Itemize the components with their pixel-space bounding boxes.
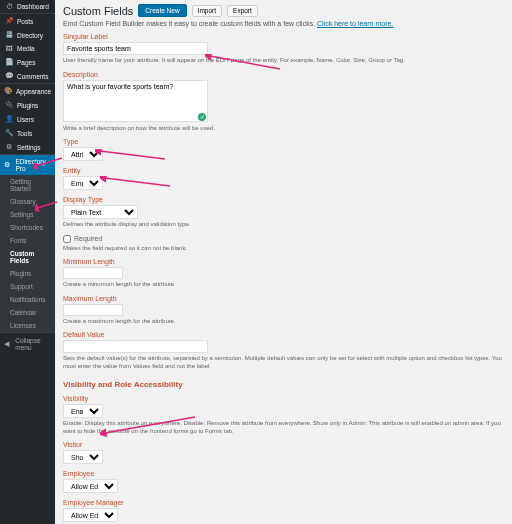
display-type-help: Defines the attribute display and valida… [63, 221, 504, 229]
required-help: Makes the field required so it can not b… [63, 245, 504, 253]
max-length-help: Create a maximum length for the attribut… [63, 318, 504, 326]
brush-icon: 🎨 [4, 87, 13, 95]
export-button[interactable]: Export [227, 5, 258, 17]
default-value-input[interactable] [63, 340, 208, 353]
main-content: Custom Fields Create New Import Export E… [55, 0, 512, 524]
sidebar-item-settings[interactable]: ⚙Settings [0, 140, 55, 154]
min-length-help: Create a minumum length for the attribut… [63, 281, 504, 289]
create-new-button[interactable]: Create New [138, 4, 186, 17]
singular-label-label: Singular Label [63, 33, 504, 40]
singular-label-help: User friendly name for your attribute. I… [63, 57, 504, 65]
sidebar-item-users[interactable]: 👤Users [0, 112, 55, 126]
sidebar-item-dashboard[interactable]: ⏱Dashboard [0, 0, 55, 13]
entity-select[interactable]: Employees [63, 176, 103, 190]
description-textarea[interactable]: What is your favorite sports team? [63, 80, 208, 122]
sub-calendar[interactable]: Calendar [0, 306, 55, 319]
employee-select[interactable]: Allow Edit [63, 479, 118, 493]
sub-custom-fields[interactable]: Custom Fields [0, 247, 55, 267]
default-value-label: Default Value [63, 331, 504, 338]
visibility-section-heading: Visibility and Role Accessibility [63, 380, 504, 389]
plugin-submenu: Getting Started Glossary Settings Shortc… [0, 175, 55, 332]
manager-label: Employee Manager [63, 499, 504, 506]
singular-label-input[interactable] [63, 42, 208, 55]
visitor-select[interactable]: Show [63, 450, 103, 464]
card-icon: 📇 [4, 31, 14, 39]
page-title: Custom Fields [63, 5, 133, 17]
sub-notifications[interactable]: Notifications [0, 293, 55, 306]
type-select[interactable]: Attribute [63, 147, 103, 161]
plugin-header[interactable]: ⚙EDirectory Pro [0, 155, 55, 175]
sub-shortcodes[interactable]: Shortcodes [0, 221, 55, 234]
sidebar-item-posts[interactable]: 📌Posts [0, 14, 55, 28]
type-label: Type [63, 138, 504, 145]
collapse-menu[interactable]: ◀Collapse menu [0, 332, 55, 355]
media-icon: 🖼 [4, 45, 14, 52]
grammarly-icon: ✓ [198, 113, 206, 121]
user-icon: 👤 [4, 115, 14, 123]
entity-label: Entity [63, 167, 504, 174]
description-help: Write a brief description on how the att… [63, 125, 504, 133]
learn-more-link[interactable]: Click here to learn more. [317, 20, 393, 27]
min-length-label: Minimum Length [63, 258, 504, 265]
sub-settings[interactable]: Settings [0, 208, 55, 221]
manager-select[interactable]: Allow Edit [63, 508, 118, 522]
sidebar-item-comments[interactable]: 💬Comments [0, 69, 55, 83]
required-label: Required [74, 235, 102, 242]
sub-licenses[interactable]: Licenses [0, 319, 55, 332]
display-type-label: Display Type [63, 196, 504, 203]
wrench-icon: 🔧 [4, 129, 14, 137]
pin-icon: 📌 [4, 17, 14, 25]
gear-icon: ⚙ [4, 143, 14, 151]
sub-support[interactable]: Support [0, 280, 55, 293]
visibility-help: Enable: Display this attribute on everyw… [63, 420, 504, 435]
display-type-select[interactable]: Plain Text [63, 205, 138, 219]
page-icon: 📄 [4, 58, 14, 66]
intro-text: Emd Custom Field Builder makes it easy t… [63, 20, 504, 27]
dashboard-icon: ⏱ [4, 3, 14, 10]
import-button[interactable]: Import [192, 5, 222, 17]
max-length-label: Maximum Length [63, 295, 504, 302]
sub-fonts[interactable]: Fonts [0, 234, 55, 247]
employee-label: Employee [63, 470, 504, 477]
default-value-help: Sets the default value(s) for the attrib… [63, 355, 504, 370]
sidebar-item-media[interactable]: 🖼Media [0, 42, 55, 55]
sidebar-item-pages[interactable]: 📄Pages [0, 55, 55, 69]
sidebar-item-directory[interactable]: 📇Directory [0, 28, 55, 42]
sub-plugins[interactable]: Plugins [0, 267, 55, 280]
sidebar-item-plugins[interactable]: 🔌Plugins [0, 98, 55, 112]
max-length-input[interactable] [63, 304, 123, 316]
gear-icon: ⚙ [4, 161, 12, 169]
min-length-input[interactable] [63, 267, 123, 279]
visibility-label: Visibility [63, 395, 504, 402]
comment-icon: 💬 [4, 72, 14, 80]
required-checkbox[interactable] [63, 235, 71, 243]
visibility-select[interactable]: Enable [63, 404, 103, 418]
collapse-icon: ◀ [4, 340, 12, 348]
plug-icon: 🔌 [4, 101, 14, 109]
sidebar-item-appearance[interactable]: 🎨Appearance [0, 84, 55, 98]
description-label: Description [63, 71, 504, 78]
sub-glossary[interactable]: Glossary [0, 195, 55, 208]
visitor-label: Visitor [63, 441, 504, 448]
sidebar-item-tools[interactable]: 🔧Tools [0, 126, 55, 140]
sub-getting-started[interactable]: Getting Started [0, 175, 55, 195]
admin-sidebar: ⏱Dashboard 📌Posts 📇Directory 🖼Media 📄Pag… [0, 0, 55, 524]
